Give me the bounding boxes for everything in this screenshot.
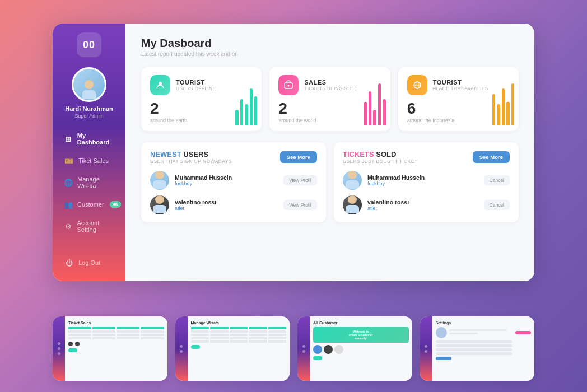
- user-name-hussein: Muhammad Hussein: [175, 174, 278, 181]
- thumb-table-header: [68, 327, 164, 329]
- thumb-settings[interactable]: Settings: [420, 316, 535, 381]
- user-name: Hardi Nurahman: [65, 105, 113, 112]
- tc: [268, 340, 287, 343]
- settings-avatar: [436, 327, 447, 338]
- panel-title-newest: NEWEST USERS: [150, 150, 232, 158]
- user-info-valentino: valentino rossi atlet: [175, 199, 278, 211]
- thumb-small-dot: [75, 342, 80, 346]
- view-profile-hussein-button[interactable]: View Profil: [283, 175, 317, 185]
- user-row: valentino rossi atlet Cancel: [343, 195, 510, 214]
- thumb-circle-1: [313, 345, 322, 354]
- sidebar-item-dashboard[interactable]: ⊞ My Dashboard: [58, 128, 120, 150]
- thumb-input: [436, 348, 512, 351]
- ah: [155, 171, 164, 179]
- logout-label: Log Out: [78, 259, 100, 266]
- thumb-content-2: Manage Wisata: [188, 316, 290, 381]
- bar: [235, 110, 238, 125]
- thumb-toggle-2: [191, 345, 200, 349]
- tc: [191, 337, 209, 339]
- tc: [268, 327, 287, 329]
- avatar-section: Hardi Nurahman Super Admin: [65, 67, 113, 119]
- thumb-manage-wisata[interactable]: Manage Wisata: [175, 316, 290, 381]
- thumb-dot: [58, 347, 60, 350]
- tc: [117, 334, 139, 336]
- gear-icon: ⚙: [64, 221, 73, 231]
- thumb-dot: [425, 345, 427, 348]
- thumb-dot: [302, 345, 305, 348]
- thumb-content-1: Ticket Sales: [65, 316, 167, 381]
- view-profile-valentino-button[interactable]: View Profil: [283, 200, 317, 210]
- bar: [383, 99, 385, 125]
- panel-title-group-newest: NEWEST USERS USER THAT SIGN UP NOWADAYS: [150, 150, 232, 164]
- panel-header-newest: NEWEST USERS USER THAT SIGN UP NOWADAYS …: [150, 150, 317, 164]
- bar: [364, 102, 367, 125]
- tc: [210, 340, 229, 343]
- thumb-sidebar-3: [297, 316, 310, 381]
- avatar-fig2: [150, 195, 169, 214]
- sidebar-item-settings[interactable]: ⚙ Account Setting: [58, 215, 120, 237]
- main-card: 00 Hardi Nurahman Super Admin ⊞ My Dashb…: [53, 24, 534, 281]
- stat-card-tourist: TOURIST USERS OFFLINE 2 around the earth: [141, 67, 262, 131]
- thumb-input: [436, 352, 512, 355]
- sidebar-nav: ⊞ My Dashboard 🎫 Tiket Sales 🌐 Manage Wi…: [53, 128, 125, 246]
- thumb-banner: Welcome tocreate a customermanually!: [313, 327, 409, 343]
- bar: [250, 88, 253, 125]
- tc: [191, 327, 209, 329]
- settings-form: [436, 340, 532, 355]
- logout-button[interactable]: ⏻ Log Out: [58, 253, 120, 272]
- user-handle-hussein: fuckboy: [175, 181, 278, 186]
- panel-header-tickets: TICKETS SOLD USERS JUST BOUGHT TICKET Se…: [343, 150, 510, 164]
- avatar-fig: [150, 171, 169, 190]
- ah3: [348, 171, 357, 179]
- tr3: [191, 337, 287, 339]
- avatar-fig4: [343, 195, 362, 214]
- sidebar-item-wisata[interactable]: 🌐 Manage Wisata: [58, 171, 120, 194]
- bar: [497, 104, 500, 125]
- thumb-content-4: Settings: [432, 316, 535, 381]
- sidebar-item-tiket[interactable]: 🎫 Tiket Sales: [58, 151, 120, 170]
- tl: [449, 329, 507, 331]
- panel-title-highlight2: TICKETS: [343, 150, 374, 158]
- tc: [268, 330, 287, 333]
- tc: [141, 330, 164, 333]
- thumb-dot: [58, 352, 60, 355]
- tc: [268, 334, 287, 336]
- svg-point-2: [288, 85, 290, 87]
- tc: [117, 337, 139, 339]
- avatar-valentino-newest: [150, 195, 169, 214]
- avatar-head: [85, 80, 94, 89]
- cancel-hussein-button[interactable]: Cancel: [484, 175, 510, 185]
- stat-bars-1: [231, 67, 262, 131]
- tc: [249, 334, 267, 336]
- thumb-title-3: All Customer: [313, 321, 409, 325]
- user-name-hussein-t: Muhammad Hussein: [367, 174, 478, 181]
- user-info-valentino-t: valentino rossi atlet: [367, 199, 478, 211]
- thumb-sidebar-4: [420, 316, 432, 381]
- logo-text: 00: [83, 39, 95, 51]
- avatar-fig3: [343, 171, 362, 190]
- thumb-dots-row: [68, 342, 164, 346]
- thumb-inner-2: Manage Wisata: [175, 316, 290, 381]
- tc: [141, 337, 164, 339]
- tc: [92, 330, 115, 333]
- panel-title-tickets: TICKETS SOLD: [343, 150, 417, 158]
- tc: [117, 327, 139, 329]
- see-more-tickets-button[interactable]: See More: [473, 151, 510, 163]
- thumb-all-customer[interactable]: All Customer Welcome tocreate a customer…: [297, 316, 412, 381]
- thumb-table-r3: [68, 337, 164, 339]
- user-info-hussein: Muhammad Hussein fuckboy: [175, 174, 278, 186]
- thumb-tiket-sales[interactable]: Ticket Sales: [53, 316, 167, 381]
- page-subtitle: Latest report updated this week and on: [141, 51, 519, 57]
- sidebar-bottom: ⏻ Log Out: [53, 246, 125, 281]
- sidebar-item-customer[interactable]: 👥 Customer 96: [58, 195, 120, 214]
- tc: [191, 330, 209, 333]
- see-more-newest-button[interactable]: See More: [280, 151, 317, 163]
- tc: [249, 340, 267, 343]
- cancel-valentino-button[interactable]: Cancel: [484, 200, 510, 210]
- thumb-table-r1: [68, 330, 164, 333]
- thumb-inner-3: All Customer Welcome tocreate a customer…: [297, 316, 412, 381]
- user-row: Muhammad Hussein fuckboy View Profil: [150, 171, 317, 190]
- stat-icon-tourist2: [407, 75, 427, 95]
- thumb-dot: [180, 350, 183, 353]
- user-list-newest: Muhammad Hussein fuckboy View Profil: [150, 171, 317, 214]
